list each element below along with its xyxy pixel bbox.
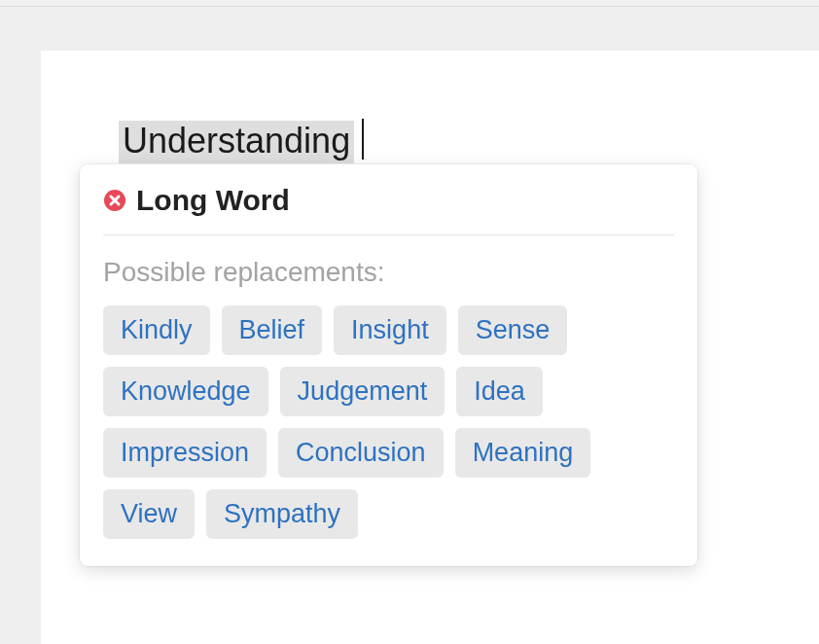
replacement-chip[interactable]: Impression: [103, 428, 267, 478]
replacement-chip[interactable]: Conclusion: [278, 428, 444, 478]
replacement-chip[interactable]: Sense: [458, 305, 568, 355]
replacement-chip[interactable]: Meaning: [455, 428, 591, 478]
replacement-chip[interactable]: Idea: [456, 367, 543, 416]
error-icon: [103, 189, 126, 212]
app-background: Understanding Long Word Possible replace…: [0, 6, 819, 644]
text-cursor: [362, 119, 364, 160]
popup-subtitle: Possible replacements:: [103, 257, 674, 288]
replacement-chip[interactable]: Knowledge: [103, 367, 268, 416]
highlighted-word[interactable]: Understanding: [119, 121, 354, 163]
replacement-chip[interactable]: Belief: [222, 305, 323, 355]
replacement-chip[interactable]: Sympathy: [206, 489, 358, 539]
suggestion-popup: Long Word Possible replacements: Kindly …: [80, 164, 697, 566]
replacement-chip[interactable]: View: [103, 489, 195, 539]
popup-title: Long Word: [136, 184, 290, 217]
replacement-chip[interactable]: Judgement: [280, 367, 445, 416]
replacement-chip[interactable]: Insight: [334, 305, 446, 355]
replacement-chip[interactable]: Kindly: [103, 305, 210, 355]
popup-header: Long Word: [103, 184, 674, 235]
replacement-list: Kindly Belief Insight Sense Knowledge Ju…: [103, 305, 674, 539]
